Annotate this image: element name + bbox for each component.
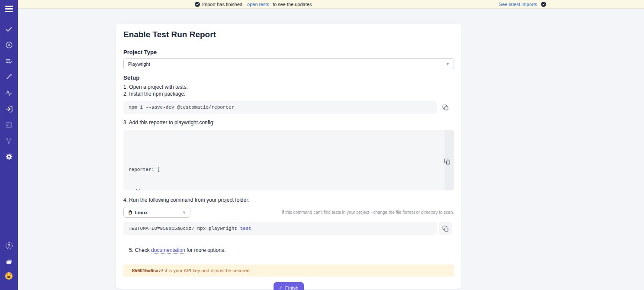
chevron-down-icon: ▼: [182, 210, 186, 215]
user-avatar[interactable]: ♥♥: [0, 272, 18, 280]
step-2: 2. Install the npm package:: [123, 90, 454, 97]
gear-icon: [5, 153, 13, 161]
menu-icon[interactable]: [0, 6, 18, 12]
sidebar-item-branches[interactable]: [0, 137, 18, 145]
see-latest-imports-link[interactable]: See latest imports: [499, 2, 537, 7]
documentation-link[interactable]: documentation: [151, 247, 185, 254]
list-check-icon: [5, 58, 13, 65]
banner-text-prefix: Import has finished,: [202, 2, 245, 7]
finish-wrap: ✓Finish: [123, 282, 454, 290]
api-key-note: 856015a6cxz7 it is your API key and it m…: [123, 264, 454, 277]
check-icon: [5, 26, 13, 33]
step-5: 5. Check documentation for more options.: [123, 240, 454, 261]
page-title: Enable Test Run Report: [123, 30, 454, 39]
hamburger-icon: [5, 6, 13, 12]
scan-hint-text: If this command can't find tests in your…: [282, 210, 454, 215]
library-icon: [5, 258, 13, 266]
pulse-icon: [5, 89, 13, 97]
banner-message: Import has finished, open tests to see t…: [195, 0, 312, 9]
install-code-block: npm i --save-dev @testomatio/reporter: [123, 101, 437, 114]
enable-test-run-report-card: Enable Test Run Report Project Type Play…: [116, 24, 461, 289]
install-code-row: npm i --save-dev @testomatio/reporter: [123, 101, 454, 114]
run-command-row: TESTOMATIO=856015a6cxz7 npx playwright t…: [123, 222, 454, 235]
run-command-code-block: TESTOMATIO=856015a6cxz7 npx playwright t…: [123, 222, 437, 235]
os-select-value: Linux: [135, 210, 148, 215]
sidebar: ? ♥♥: [0, 0, 18, 290]
finish-button[interactable]: ✓Finish: [274, 282, 303, 290]
sidebar-item-runs[interactable]: [0, 41, 18, 49]
stairs-icon: [6, 73, 13, 80]
import-banner: Import has finished, open tests to see t…: [18, 0, 644, 9]
sidebar-item-steps[interactable]: [0, 73, 18, 80]
code-line: // ...: [129, 188, 441, 191]
os-select[interactable]: Linux ▼: [123, 207, 190, 218]
copy-icon: [442, 226, 449, 232]
check-icon: ✓: [279, 285, 282, 290]
sidebar-item-library[interactable]: [0, 258, 18, 266]
reporter-config-code-block: reporter: [ // ... ['./node_modules/@tes…: [123, 130, 454, 190]
setup-heading: Setup: [123, 74, 454, 81]
step-4: 4. Run the following command from your p…: [123, 197, 454, 203]
sidebar-item-reports[interactable]: [0, 121, 18, 129]
code-line: reporter: [: [129, 166, 441, 174]
project-type-label: Project Type: [123, 49, 454, 55]
step-1: 1. Open a project with tests.: [123, 84, 454, 90]
os-row: Linux ▼ If this command can't find tests…: [123, 207, 454, 218]
copy-icon: [442, 104, 449, 111]
chevron-down-icon: ▼: [446, 62, 450, 66]
sidebar-item-settings[interactable]: [0, 153, 18, 161]
copy-icon: [444, 158, 451, 165]
sidebar-item-tests[interactable]: [0, 26, 18, 33]
play-circle-icon: [5, 41, 13, 49]
project-type-select[interactable]: Playwright ▼: [123, 58, 454, 69]
copy-config-button[interactable]: [441, 156, 453, 167]
linux-tux-icon: [128, 210, 132, 215]
import-icon: [5, 105, 13, 113]
api-key-value: 856015a6cxz7: [132, 268, 164, 273]
help-icon: ?: [6, 242, 13, 249]
branch-icon: [5, 137, 13, 145]
step-3: 3. Add this reporter to playwright.confi…: [123, 119, 454, 126]
open-tests-link[interactable]: open tests: [247, 2, 269, 7]
api-key-note-text: it is your API key and it must be secure…: [164, 268, 250, 273]
success-check-icon: [195, 2, 200, 7]
emoji-avatar-icon: ♥♥: [5, 272, 13, 280]
sidebar-item-help[interactable]: ?: [0, 242, 18, 249]
banner-text-suffix: to see the updates: [271, 2, 312, 7]
bar-chart-icon: [5, 121, 13, 129]
banner-right: See latest imports: [499, 0, 546, 9]
copy-run-command-button[interactable]: [439, 222, 452, 235]
copy-install-button[interactable]: [439, 101, 452, 114]
sidebar-item-import[interactable]: [0, 105, 18, 113]
sidebar-item-test-plans[interactable]: [0, 58, 18, 65]
project-type-value: Playwright: [128, 61, 150, 67]
close-banner-icon[interactable]: [541, 2, 546, 7]
sidebar-item-analytics[interactable]: [0, 89, 18, 97]
